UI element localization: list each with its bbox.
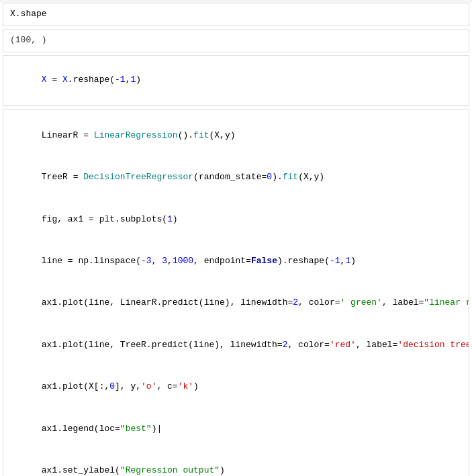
l1-fit: fit [193, 130, 209, 140]
l2-class: DecisionTreeRegressor [83, 172, 193, 182]
l2-eq: = [73, 172, 84, 182]
reshape-assign: = [47, 75, 62, 85]
reshape-var-X2: X [62, 75, 68, 85]
l4-rest: ).reshape( [277, 256, 330, 266]
code-line-2: TreeR = DecisionTreeRegressor(random_sta… [10, 156, 462, 198]
l5-color: ' green' [340, 297, 382, 307]
l4-false: False [251, 256, 277, 266]
l1-class: LinearRegression [94, 130, 178, 140]
l4-n2: 3 [162, 256, 167, 266]
l7-b: ], y, [115, 381, 141, 391]
xshape-code-block: X.shape [3, 3, 469, 26]
reshape-var-X: X [42, 75, 47, 85]
code-line-4: line = np.linspace(-3, 3,1000, endpoint=… [10, 240, 462, 282]
l6-color: 'red' [330, 340, 356, 350]
output-line: (100, ) [10, 34, 462, 48]
l6-a: ax1.plot(line, TreeR.predict(line), line… [42, 340, 283, 350]
reshape-line: X = X.reshape(-1,1) [10, 60, 462, 101]
l8-b: )| [152, 424, 162, 434]
l1-eq: = [83, 130, 94, 140]
l3-num: 1 [167, 214, 173, 224]
l6-label: 'decision tree' [397, 340, 469, 350]
l4-rc: ) [350, 256, 356, 266]
l3-vars: fig, ax1 = plt.subplots( [42, 214, 167, 224]
l8-a: ax1.legend(loc= [42, 424, 120, 434]
l7-n: 0 [109, 381, 115, 391]
l2-param: random_state [199, 172, 262, 182]
page-container: X.shape (100, ) X = X.reshape(-1,1) Line… [0, 3, 472, 476]
l2-args: (X,y) [298, 172, 324, 182]
l4-n1: -3 [141, 256, 152, 266]
l4-c1: , [152, 256, 162, 266]
main-code-block: LinearR = LinearRegression().fit(X,y) Tr… [3, 109, 469, 476]
l1-p1: (). [178, 130, 193, 140]
l9-s: "Regression output" [120, 465, 220, 475]
l6-c: , label= [356, 340, 397, 350]
l7-a: ax1.plot(X[:, [42, 381, 109, 391]
code-line-5: ax1.plot(line, LinearR.predict(line), li… [10, 283, 462, 324]
output-block: (100, ) [3, 29, 469, 52]
l4-var: line = np.linspace( [42, 256, 141, 266]
l7-o: 'o' [141, 381, 156, 391]
l4-c2: , [167, 256, 173, 266]
l1-p2: (X,y) [209, 130, 235, 140]
xshape-line: X.shape [10, 7, 462, 21]
code-line-7: ax1.plot(X[:,0], y,'o', c='k') [10, 366, 462, 408]
l7-k: 'k' [178, 381, 193, 391]
l1-var: LinearR [42, 130, 83, 140]
code-line-9: ax1.set_ylabel("Regression output") [10, 450, 462, 476]
l2-val: 0 [267, 172, 272, 182]
l2-p: ( [193, 172, 199, 182]
l6-b: , color= [287, 340, 329, 350]
l8-s: "best" [120, 424, 152, 434]
l5-c: , label= [382, 297, 424, 307]
l7-c: , c= [156, 381, 177, 391]
reshape-paren: ) [136, 75, 141, 85]
reshape-arg1: -1 [115, 75, 126, 85]
l4-r1: -1 [330, 256, 340, 266]
l9-b: ) [220, 465, 225, 475]
l4-ep: , endpoint= [193, 256, 251, 266]
code-line-1: LinearR = LinearRegression().fit(X,y) [10, 115, 462, 156]
code-line-8: ax1.legend(loc="best")| [10, 408, 462, 450]
l7-d: ) [193, 381, 199, 391]
l5-n: 2 [293, 297, 298, 307]
l2-fit: fit [283, 172, 298, 182]
l2-var: TreeR [42, 172, 73, 182]
l5-b: , color= [298, 297, 340, 307]
l4-n3: 1000 [173, 256, 193, 266]
reshape-method: .reshape( [68, 75, 115, 85]
l9-a: ax1.set_ylabel( [42, 465, 120, 475]
l5-label: "linear regression [424, 297, 469, 307]
l2-close: ). [272, 172, 283, 182]
code-line-6: ax1.plot(line, TreeR.predict(line), line… [10, 324, 462, 366]
code-line-3: fig, ax1 = plt.subplots(1) [10, 199, 462, 240]
l3-close: ) [173, 214, 178, 224]
reshape-block: X = X.reshape(-1,1) [3, 55, 469, 106]
l5-a: ax1.plot(line, LinearR.predict(line), li… [42, 297, 293, 307]
